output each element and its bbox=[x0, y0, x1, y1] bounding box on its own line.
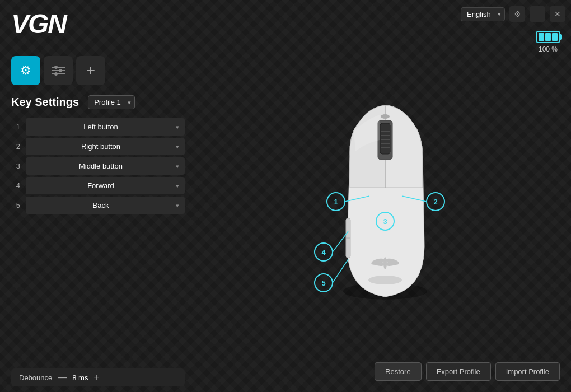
table-row: 1 Left button Right button Middle button… bbox=[11, 118, 185, 136]
table-row: 4 Left button Right button Middle button… bbox=[11, 177, 185, 194]
svg-text:2: 2 bbox=[433, 198, 437, 206]
battery-percent: 100 % bbox=[539, 45, 558, 53]
tab-key-settings[interactable]: ⚙ bbox=[11, 56, 40, 85]
mouse-image: 1 2 3 4 5 bbox=[302, 90, 459, 325]
button-select-3[interactable]: Left button Right button Middle button F… bbox=[26, 157, 185, 175]
svg-text:1: 1 bbox=[334, 198, 338, 206]
button-num-2: 2 bbox=[11, 142, 20, 151]
profile-select[interactable]: Profile 1 Profile 2 Profile 3 bbox=[88, 95, 135, 109]
svg-point-18 bbox=[368, 276, 402, 284]
debounce-plus-button[interactable]: + bbox=[93, 373, 99, 382]
battery-icon bbox=[536, 31, 560, 43]
language-select[interactable]: English 中文 bbox=[461, 7, 505, 21]
button-num-5: 5 bbox=[11, 201, 20, 209]
mouse-area: 1 2 3 4 5 bbox=[202, 67, 560, 347]
bottom-actions: Restore Export Profile Import Profile bbox=[375, 362, 560, 381]
battery-bar-2 bbox=[545, 33, 551, 41]
button-num-4: 4 bbox=[11, 181, 20, 190]
settings-button[interactable]: ⚙ bbox=[509, 6, 525, 22]
svg-point-19 bbox=[383, 257, 387, 269]
svg-point-17 bbox=[381, 114, 390, 119]
battery-bar-1 bbox=[539, 33, 544, 41]
button-select-wrapper-3[interactable]: Left button Right button Middle button F… bbox=[26, 157, 185, 175]
minimize-button[interactable]: — bbox=[530, 6, 545, 22]
battery-section: 100 % bbox=[536, 31, 560, 53]
debounce-bar: Debounce — 8 ms + bbox=[11, 368, 185, 386]
svg-point-1 bbox=[54, 66, 58, 69]
button-select-5[interactable]: Left button Right button Middle button F… bbox=[26, 197, 185, 214]
import-profile-button[interactable]: Import Profile bbox=[495, 362, 560, 381]
close-button[interactable]: ✕ bbox=[550, 6, 565, 22]
table-row: 3 Left button Right button Middle button… bbox=[11, 157, 185, 175]
tab-add[interactable]: + bbox=[76, 56, 105, 85]
button-select-wrapper-2[interactable]: Left button Right button Middle button F… bbox=[26, 138, 185, 155]
button-list: 1 Left button Right button Middle button… bbox=[11, 118, 185, 214]
button-select-2[interactable]: Left button Right button Middle button F… bbox=[26, 138, 185, 155]
tabs-row: ⚙ + bbox=[11, 56, 105, 85]
debounce-value: 8 ms bbox=[72, 374, 88, 382]
panel-header: Key Settings Profile 1 Profile 2 Profile… bbox=[11, 95, 185, 109]
tab-sliders[interactable] bbox=[44, 56, 73, 85]
svg-line-37 bbox=[333, 259, 348, 283]
app-logo: VGN bbox=[11, 8, 66, 39]
svg-point-5 bbox=[54, 72, 58, 76]
table-row: 5 Left button Right button Middle button… bbox=[11, 197, 185, 214]
restore-button[interactable]: Restore bbox=[375, 362, 422, 381]
svg-text:5: 5 bbox=[321, 279, 325, 287]
button-num-3: 3 bbox=[11, 162, 20, 170]
profile-select-wrapper[interactable]: Profile 1 Profile 2 Profile 3 bbox=[88, 95, 135, 109]
svg-rect-9 bbox=[380, 123, 390, 154]
button-select-wrapper-5[interactable]: Left button Right button Middle button F… bbox=[26, 197, 185, 214]
export-profile-button[interactable]: Export Profile bbox=[426, 362, 491, 381]
battery-bar-3 bbox=[552, 33, 558, 41]
debounce-label: Debounce bbox=[19, 374, 52, 382]
button-select-1[interactable]: Left button Right button Middle button F… bbox=[26, 118, 185, 136]
svg-text:3: 3 bbox=[383, 217, 387, 226]
svg-point-3 bbox=[59, 69, 62, 72]
mouse-container: 1 2 3 4 5 bbox=[302, 90, 459, 325]
panel-title: Key Settings bbox=[11, 96, 79, 109]
table-row: 2 Left button Right button Middle button… bbox=[11, 138, 185, 155]
button-select-4[interactable]: Left button Right button Middle button F… bbox=[26, 177, 185, 194]
svg-text:4: 4 bbox=[321, 248, 326, 256]
top-bar: English 中文 ⚙ — ✕ bbox=[0, 0, 571, 28]
button-select-wrapper-1[interactable]: Left button Right button Middle button F… bbox=[26, 118, 185, 136]
language-wrapper[interactable]: English 中文 bbox=[461, 7, 505, 21]
button-select-wrapper-4[interactable]: Left button Right button Middle button F… bbox=[26, 177, 185, 194]
button-num-1: 1 bbox=[11, 123, 20, 131]
debounce-minus-button[interactable]: — bbox=[58, 373, 67, 382]
left-panel: Key Settings Profile 1 Profile 2 Profile… bbox=[11, 95, 185, 358]
